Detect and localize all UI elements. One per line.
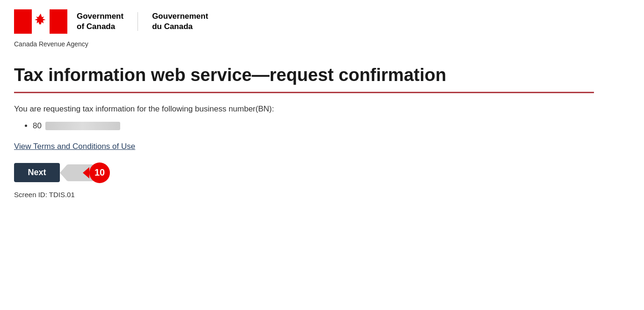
gov-text-english: Government of Canada [77, 11, 123, 32]
text-divider [137, 12, 138, 31]
maple-leaf-icon [35, 14, 47, 30]
next-button[interactable]: Next [14, 163, 60, 182]
flag-center-white [32, 9, 50, 34]
agency-name: Canada Revenue Agency [14, 40, 88, 48]
flag-left-red [14, 9, 32, 34]
title-divider [14, 92, 594, 93]
bn-list: 80 [14, 121, 594, 131]
bn-prefix: 80 [33, 121, 42, 131]
annotation-badge: 10 [67, 162, 110, 183]
government-text: Government of Canada Gouvernement du Can… [77, 11, 208, 32]
canada-flag [14, 9, 67, 34]
terms-link[interactable]: View Terms and Conditions of Use [14, 142, 135, 151]
screen-id: Screen ID: TDIS.01 [14, 191, 594, 199]
description-text: You are requesting tax information for t… [14, 104, 594, 114]
agency-line: Canada Revenue Agency [0, 38, 644, 55]
button-area: Next 10 [14, 162, 594, 183]
annotation-number-badge: 10 [89, 162, 110, 183]
list-item: 80 [33, 121, 594, 131]
page-header: Government of Canada Gouvernement du Can… [0, 0, 644, 38]
flag-right-red [50, 9, 67, 34]
bn-blurred [45, 122, 120, 130]
gov-text-french: Gouvernement du Canada [152, 11, 208, 32]
main-content: Tax information web service—request conf… [0, 55, 608, 213]
bn-value: 80 [33, 121, 120, 131]
page-title: Tax information web service—request conf… [14, 65, 594, 86]
